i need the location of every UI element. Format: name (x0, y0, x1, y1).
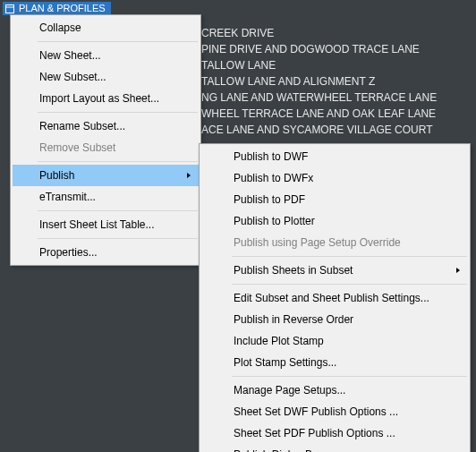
menu-item-import-layout[interactable]: Import Layout as Sheet... (13, 88, 199, 109)
submenu-item-plot-stamp-settings[interactable]: Plot Stamp Settings... (201, 352, 468, 373)
list-item: TALLOW LANE (201, 57, 437, 73)
list-item: WHEEL TERRACE LANE AND OAK LEAF LANE (201, 106, 437, 122)
menu-item-label: Publish in Reverse Order (234, 313, 353, 326)
menu-item-label: Manage Page Setups... (234, 384, 345, 397)
app-background: PLAN & PROFILES CREEK DRIVE PINE DRIVE A… (0, 0, 476, 452)
chevron-right-icon (186, 168, 191, 183)
menu-item-label: Remove Subset (39, 141, 115, 154)
menu-item-label: New Sheet... (39, 49, 101, 62)
menu-item-label: Import Layout as Sheet... (39, 92, 159, 105)
menu-item-label: Publish to Plotter (234, 215, 315, 227)
menu-item-new-subset[interactable]: New Subset... (13, 66, 199, 88)
menu-item-label: Publish to PDF (234, 193, 305, 206)
list-item: TALLOW LANE AND ALIGNMENT Z (201, 73, 437, 90)
menu-item-rename-subset[interactable]: Rename Subset... (13, 115, 199, 137)
menu-item-label: Plot Stamp Settings... (234, 356, 336, 369)
submenu-item-pdf-options[interactable]: Sheet Set PDF Publish Options ... (201, 422, 468, 444)
menu-item-label: Insert Sheet List Table... (39, 218, 155, 231)
submenu-item-publish-plotter[interactable]: Publish to Plotter (201, 210, 468, 232)
menu-item-label: Collapse (39, 21, 81, 34)
chevron-right-icon (455, 263, 461, 277)
submenu-item-publish-dwf[interactable]: Publish to DWF (201, 146, 468, 167)
submenu-item-reverse-order[interactable]: Publish in Reverse Order (201, 309, 468, 330)
menu-separator (38, 161, 198, 162)
submenu-item-page-setup-override: Publish using Page Setup Override (201, 232, 468, 253)
menu-item-insert-sheet-list[interactable]: Insert Sheet List Table... (13, 214, 199, 235)
menu-item-properties[interactable]: Properties... (13, 242, 199, 263)
menu-item-publish[interactable]: Publish (13, 165, 199, 186)
menu-item-label: New Subset... (39, 71, 106, 83)
submenu-item-publish-dwfx[interactable]: Publish to DWFx (201, 167, 468, 189)
menu-separator (232, 376, 467, 377)
publish-submenu: Publish to DWF Publish to DWFx Publish t… (199, 143, 471, 452)
menu-item-label: Edit Subset and Sheet Publish Settings..… (234, 292, 429, 304)
panel-title-label: PLAN & PROFILES (19, 3, 106, 13)
submenu-item-dwf-options[interactable]: Sheet Set DWF Publish Options ... (201, 401, 468, 422)
menu-separator (232, 256, 467, 257)
submenu-item-dialog-box[interactable]: Publish Dialog Box ... (201, 444, 468, 452)
list-item: CREEK DRIVE (201, 25, 437, 41)
menu-item-label: eTransmit... (39, 191, 96, 203)
menu-item-label: Publish (39, 169, 74, 182)
menu-item-label: Sheet Set DWF Publish Options ... (234, 405, 398, 418)
menu-separator (38, 210, 198, 211)
menu-item-label: Rename Subset... (39, 120, 125, 132)
menu-item-remove-subset: Remove Subset (13, 137, 199, 158)
list-item: PINE DRIVE AND DOGWOOD TRACE LANE (201, 41, 437, 57)
menu-separator (38, 41, 198, 42)
menu-item-label: Include Plot Stamp (234, 335, 324, 347)
sheet-list: CREEK DRIVE PINE DRIVE AND DOGWOOD TRACE… (201, 25, 437, 138)
menu-item-label: Publish Sheets in Subset (234, 264, 353, 277)
menu-item-label: Publish using Page Setup Override (234, 236, 401, 249)
menu-separator (38, 112, 198, 113)
context-menu: Collapse New Sheet... New Subset... Impo… (10, 14, 201, 266)
submenu-item-edit-subset-settings[interactable]: Edit Subset and Sheet Publish Settings..… (201, 287, 468, 309)
panel-title-icon (4, 4, 15, 14)
list-item: ACE LANE AND SYCAMORE VILLAGE COURT (201, 122, 437, 138)
list-item: NG LANE AND WATERWHEEL TERRACE LANE (201, 90, 437, 106)
menu-item-collapse[interactable]: Collapse (13, 17, 199, 38)
menu-separator (232, 284, 467, 285)
menu-separator (38, 238, 198, 239)
submenu-item-publish-pdf[interactable]: Publish to PDF (201, 189, 468, 210)
submenu-item-manage-page-setups[interactable]: Manage Page Setups... (201, 380, 468, 401)
panel-title-bar: PLAN & PROFILES (3, 2, 111, 15)
svg-rect-0 (6, 5, 14, 13)
menu-item-label: Properties... (39, 246, 98, 259)
menu-item-etransmit[interactable]: eTransmit... (13, 186, 199, 208)
submenu-item-include-plot-stamp[interactable]: Include Plot Stamp (201, 330, 468, 352)
submenu-item-sheets-in-subset[interactable]: Publish Sheets in Subset (201, 260, 468, 281)
menu-item-new-sheet[interactable]: New Sheet... (13, 45, 199, 66)
menu-item-label: Sheet Set PDF Publish Options ... (234, 427, 395, 439)
menu-item-label: Publish Dialog Box ... (234, 448, 336, 452)
menu-item-label: Publish to DWFx (234, 172, 313, 184)
menu-item-label: Publish to DWF (234, 150, 308, 163)
